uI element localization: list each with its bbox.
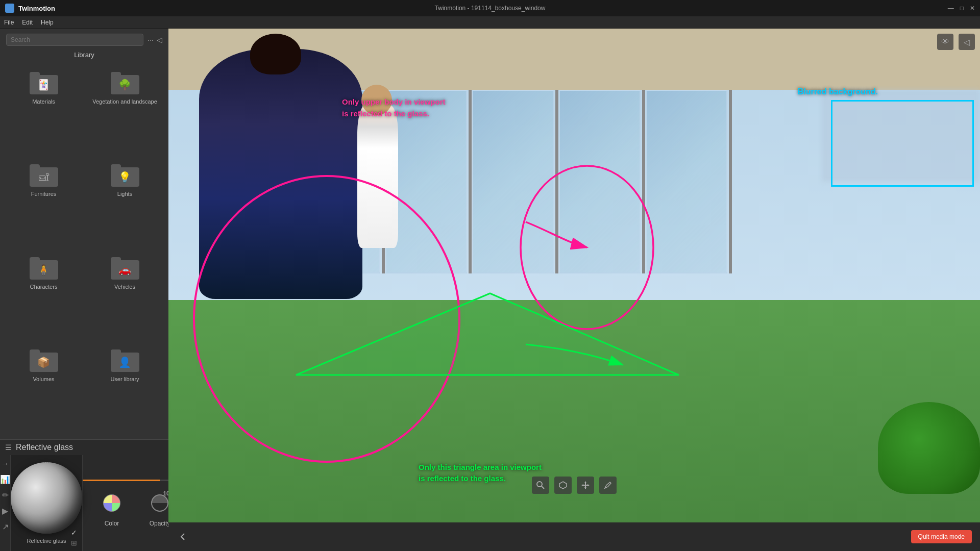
sidebar-item-furnitures[interactable]: 🛋 Furnitures <box>4 159 83 249</box>
search-input[interactable] <box>6 34 143 46</box>
material-preview: ··· Reflective glass ✓ ⊞ <box>11 455 83 551</box>
library-grid: 🃏 Materials 🌳 Vegetation and landscape 🛋… <box>0 63 168 439</box>
main-layout: ··· ◁ Library 🃏 Materials 🌳 Vegetatio <box>0 29 980 551</box>
titlebar: Twinmotion Twinmotion - 191114_boxhouse_… <box>0 0 980 16</box>
volumes-symbol: 📦 <box>37 356 50 368</box>
viewport-nav-button[interactable]: ◁ <box>959 34 975 50</box>
frame-col-7 <box>729 90 732 273</box>
viewport: Only upper body in viewport is reflected… <box>168 29 980 551</box>
more-options-icon[interactable]: ··· <box>148 36 154 44</box>
panel-brush-icon[interactable]: ✏ <box>2 490 9 500</box>
back-icon[interactable] <box>177 531 189 543</box>
menubar: File Edit Help <box>0 16 980 29</box>
menu-file[interactable]: File <box>4 19 14 26</box>
viewport-tool-move[interactable] <box>577 477 594 494</box>
frame-col-4 <box>469 90 472 273</box>
characters-symbol: 🧍 <box>37 264 50 276</box>
material-grid-icon[interactable]: ⊞ <box>71 539 77 547</box>
svg-line-21 <box>542 486 544 489</box>
sidebar: ··· ◁ Library 🃏 Materials 🌳 Vegetatio <box>0 29 168 551</box>
sidebar-item-user-library[interactable]: 👤 User library <box>85 344 164 435</box>
viewport-tool-pen[interactable] <box>599 477 617 494</box>
sidebar-item-vehicles[interactable]: 🚗 Vehicles <box>85 252 164 342</box>
menu-help[interactable]: Help <box>41 19 54 26</box>
svg-marker-25 <box>584 481 586 483</box>
sidebar-item-volumes[interactable]: 📦 Volumes <box>4 344 83 435</box>
bottom-panel: ☰ Reflective glass → 📊 ✏ ▶ ↗ ··· Reflect… <box>0 439 168 551</box>
blurred-bg-area <box>822 90 980 182</box>
vehicles-label: Vehicles <box>114 284 135 290</box>
vehicles-symbol: 🚗 <box>118 264 131 276</box>
panel-menu-icon[interactable]: ☰ <box>5 443 12 452</box>
lights-label: Lights <box>117 191 132 197</box>
prop-color[interactable]: Color <box>98 489 126 527</box>
furnitures-symbol: 🛋 <box>39 171 49 183</box>
viewport-topright-controls: 👁 ◁ <box>937 34 975 50</box>
panel-stats-icon[interactable]: 📊 <box>0 474 10 484</box>
close-button[interactable]: ✕ <box>970 5 975 12</box>
character-female-body <box>357 105 398 248</box>
prop-color-label: Color <box>105 520 119 527</box>
sidebar-item-lights[interactable]: 💡 Lights <box>85 159 164 249</box>
frame-col-6 <box>642 90 645 273</box>
panel-title: Reflective glass <box>16 443 73 452</box>
characters-label: Characters <box>30 284 58 290</box>
app-icon <box>5 4 14 13</box>
minimize-button[interactable]: — <box>948 5 954 12</box>
viewport-tool-transform[interactable] <box>554 477 572 494</box>
sidebar-item-characters[interactable]: 🧍 Characters <box>4 252 83 342</box>
character-female-head <box>361 85 392 115</box>
vegetation-label: Vegetation and landscape <box>92 98 157 105</box>
svg-marker-26 <box>584 487 586 489</box>
glass-panel-4 <box>472 90 554 273</box>
material-check-icon: ✓ <box>71 529 77 537</box>
panel-left-sidebar: → 📊 ✏ ▶ ↗ <box>0 455 11 551</box>
menu-edit[interactable]: Edit <box>22 19 33 26</box>
viewport-toolbar <box>532 477 617 494</box>
collapse-icon[interactable]: ◁ <box>157 36 162 44</box>
character-head <box>250 34 301 74</box>
prop-opacity-label: Opacity <box>150 520 170 527</box>
volumes-label: Volumes <box>33 376 54 382</box>
materials-label: Materials <box>32 98 55 105</box>
materials-symbol: 🃏 <box>37 79 50 91</box>
library-title: Library <box>0 49 168 63</box>
frame-col-5 <box>555 90 558 273</box>
panel-header: ☰ Reflective glass <box>0 439 168 455</box>
sidebar-item-materials[interactable]: 🃏 Materials <box>4 67 83 157</box>
quit-media-button[interactable]: Quit media mode <box>911 530 972 543</box>
color-icon <box>102 493 122 513</box>
app-title: Twinmotion <box>18 5 55 12</box>
vehicles-folder-icon: 🚗 <box>111 257 139 281</box>
volumes-folder-icon: 📦 <box>30 349 58 373</box>
character-main <box>199 49 362 299</box>
panel-export-icon[interactable]: ↗ <box>2 522 9 532</box>
svg-marker-22 <box>559 482 567 489</box>
maximize-button[interactable]: □ <box>960 5 964 12</box>
viewport-bottom-bar: Quit media mode <box>168 522 980 551</box>
svg-point-20 <box>537 482 542 487</box>
glass-panel-5 <box>559 90 641 273</box>
svg-marker-28 <box>587 484 590 486</box>
characters-folder-icon: 🧍 <box>30 257 58 281</box>
lights-symbol: 💡 <box>118 171 131 184</box>
materials-folder-icon: 🃏 <box>30 72 58 95</box>
material-sphere <box>11 462 82 534</box>
user-library-label: User library <box>110 376 139 382</box>
glass-panel-6 <box>646 90 727 273</box>
material-preview-dots[interactable]: ··· <box>43 458 50 466</box>
sidebar-item-vegetation[interactable]: 🌳 Vegetation and landscape <box>85 67 164 157</box>
viewport-eye-button[interactable]: 👁 <box>937 34 953 50</box>
prop-color-icon-wrap <box>98 489 126 517</box>
panel-content: → 📊 ✏ ▶ ↗ ··· Reflective glass ✓ ⊞ <box>0 455 168 551</box>
panel-import-icon[interactable]: → <box>1 459 9 468</box>
window-title: Twinmotion - 191114_boxhouse_window <box>435 5 546 12</box>
vegetation-symbol: 🌳 <box>118 79 131 91</box>
viewport-tool-search[interactable] <box>532 477 549 494</box>
sidebar-header: ··· ◁ <box>0 29 168 49</box>
lights-folder-icon: 💡 <box>111 164 139 188</box>
panel-play-icon[interactable]: ▶ <box>2 506 8 516</box>
furnitures-label: Furnitures <box>31 191 57 197</box>
user-library-folder-icon: 👤 <box>111 349 139 373</box>
viewport-scene: Only upper body in viewport is reflected… <box>168 29 980 522</box>
